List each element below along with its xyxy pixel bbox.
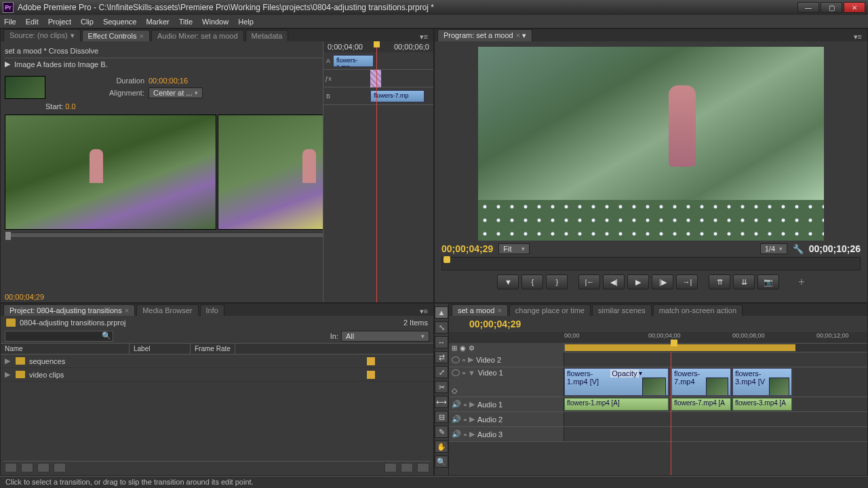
column-headers[interactable]: Name Label Frame Rate [1, 343, 433, 354]
menu-clip[interactable]: Clip [81, 18, 94, 26]
razor-tool[interactable]: ✂ [435, 381, 448, 393]
play-icon[interactable]: ▶ [5, 60, 10, 68]
mark-in-button[interactable]: { [521, 274, 543, 289]
slip-tool[interactable]: ⟷ [435, 396, 448, 408]
tab-metadata[interactable]: Metadata [245, 30, 289, 41]
selection-tool[interactable]: ▲ [435, 306, 448, 319]
transition-block[interactable] [370, 70, 381, 87]
track-select-tool[interactable]: ⤡ [435, 321, 448, 333]
zoom-tool[interactable]: 🔍 [435, 455, 448, 468]
fit-dropdown[interactable]: Fit [498, 243, 530, 254]
program-tc-left[interactable]: 00;00;04;29 [441, 243, 493, 254]
ec-timecode[interactable]: 00;00;04;29 [5, 293, 44, 301]
speaker-icon[interactable]: 🔊 [452, 415, 461, 424]
clip-v1-2[interactable]: flowers-7.mp4 [671, 368, 731, 396]
speaker-icon[interactable]: 🔊 [452, 400, 461, 409]
sequence-tab-3[interactable]: match on-screen action [653, 304, 743, 316]
new-bin-button[interactable] [384, 463, 397, 472]
extract-button[interactable]: ⇊ [733, 274, 755, 289]
menu-title[interactable]: Title [179, 18, 193, 26]
project-item-videoclips[interactable]: ▶ video clips [1, 368, 433, 382]
clip-a1-3[interactable]: flowers-3.mp4 [A [732, 398, 792, 411]
close-icon[interactable]: × [497, 306, 501, 314]
sequence-tab-0[interactable]: set a mood× [452, 304, 508, 316]
close-icon[interactable]: × [125, 306, 129, 314]
menu-sequence[interactable]: Sequence [103, 18, 137, 26]
rolling-tool[interactable]: ⇄ [435, 351, 448, 363]
program-video[interactable] [478, 47, 824, 241]
marker-tool-icon[interactable]: ◉ [460, 344, 466, 352]
go-to-in-button[interactable]: |← [578, 274, 600, 289]
find-button[interactable] [54, 463, 66, 472]
disclosure-icon[interactable]: ▶ [469, 415, 475, 424]
speaker-icon[interactable]: 🔊 [452, 430, 461, 439]
minimize-button[interactable]: — [797, 2, 819, 13]
lift-button[interactable]: ⇈ [709, 274, 730, 289]
disclosure-icon[interactable]: ▶ [468, 355, 473, 364]
label-swatch[interactable] [367, 357, 375, 365]
menu-window[interactable]: Window [202, 18, 229, 26]
disclosure-icon[interactable]: ▶ [5, 357, 12, 365]
icon-view-button[interactable] [21, 463, 33, 472]
disclosure-icon[interactable]: ▼ [468, 369, 475, 377]
panel-menu-icon[interactable]: ▾≡ [417, 307, 431, 316]
program-scrubber[interactable] [441, 257, 861, 270]
ripple-tool[interactable]: ↔ [435, 336, 448, 348]
close-icon[interactable]: × [516, 31, 520, 39]
playhead-icon[interactable] [671, 340, 677, 346]
timeline-playhead[interactable] [671, 352, 671, 475]
rate-stretch-tool[interactable]: ⤢ [435, 366, 448, 378]
tab-project[interactable]: Project: 0804-adjusting transitions× [3, 304, 135, 316]
alignment-dropdown[interactable]: Center at ... [149, 87, 203, 98]
track-v1[interactable]: flowers-1.mp4 [V] Opacity▾ flowers-7.mp4… [564, 367, 868, 396]
marker-icon[interactable] [443, 256, 450, 263]
lock-icon[interactable]: ▫ [464, 415, 467, 424]
in-dropdown[interactable]: All [341, 331, 429, 342]
export-frame-button[interactable]: 📷 [757, 274, 779, 289]
sequence-tab-1[interactable]: change place or time [509, 304, 591, 316]
panel-menu-icon[interactable]: ▾≡ [851, 33, 865, 41]
track-a3[interactable] [564, 427, 868, 441]
track-a1[interactable]: flowers-1.mp4 [A] flowers-7.mp4 [A flowe… [564, 397, 868, 411]
mini-clip-a[interactable]: flowers-1.mp [333, 55, 374, 67]
eye-icon[interactable] [452, 357, 460, 363]
search-input[interactable] [5, 331, 113, 342]
disclosure-icon[interactable]: ▶ [469, 430, 475, 439]
wrench-icon[interactable]: 🔧 [793, 244, 804, 254]
step-forward-button[interactable]: |▶ [652, 274, 673, 289]
add-marker-button[interactable]: ▼ [497, 274, 519, 289]
timeline-ruler[interactable]: 00;0000;00;04;0000;00;08;0000;00;12;0000… [449, 332, 868, 343]
panel-menu-icon[interactable]: ▾≡ [417, 33, 431, 41]
clip-v1-1[interactable]: flowers-1.mp4 [V] Opacity▾ [564, 368, 669, 396]
new-item-button[interactable] [401, 463, 413, 472]
snap-icon[interactable]: ⊞ [452, 344, 457, 352]
track-v2[interactable] [564, 352, 868, 367]
sequence-tab-2[interactable]: similar scenes [592, 304, 652, 316]
menu-help[interactable]: Help [238, 18, 254, 26]
play-button[interactable]: ▶ [627, 274, 649, 289]
auto-sequence-button[interactable] [37, 463, 50, 472]
hand-tool[interactable]: ✋ [435, 441, 448, 453]
timeline-timecode[interactable]: 00;00;04;29 [449, 316, 868, 332]
menu-marker[interactable]: Marker [146, 18, 169, 26]
list-view-button[interactable] [5, 463, 17, 472]
lock-icon[interactable]: ▫ [464, 401, 467, 409]
menu-project[interactable]: Project [48, 18, 71, 26]
mini-playhead[interactable] [376, 41, 377, 302]
close-button[interactable]: ✕ [844, 2, 865, 13]
keyframe-icon[interactable]: ◇ [452, 386, 457, 395]
tab-media-browser[interactable]: Media Browser [136, 304, 198, 316]
clip-a1-1[interactable]: flowers-1.mp4 [A] [564, 398, 669, 411]
start-value[interactable]: 0.0 [65, 102, 75, 110]
transition-thumbnail[interactable] [5, 76, 45, 99]
mini-clip-b[interactable]: flowers-7.mp [370, 90, 425, 102]
resolution-dropdown[interactable]: 1/4 [760, 243, 787, 254]
effect-mini-timeline[interactable]: 0;00;04;0000;00;06;0 Aflowers-1.mp ƒx Bf… [323, 41, 433, 302]
project-item-sequences[interactable]: ▶ sequences [1, 354, 433, 368]
settings-icon[interactable]: ⚙ [469, 344, 475, 352]
menu-edit[interactable]: Edit [26, 18, 39, 26]
tab-effect-controls[interactable]: Effect Controls× [82, 30, 150, 41]
dropdown-icon[interactable]: ▾ [522, 31, 526, 39]
trash-button[interactable] [417, 463, 429, 472]
duration-value[interactable]: 00;00;00;16 [149, 77, 188, 85]
